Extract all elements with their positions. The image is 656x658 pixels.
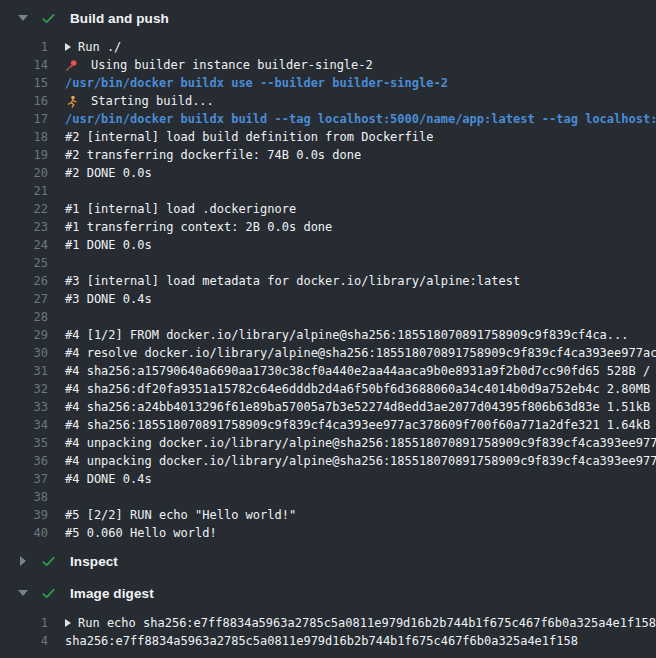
line-content: #1 [internal] load .dockerignore [48, 202, 296, 216]
log-line: 39#5 [2/2] RUN echo "Hello world!" [0, 506, 656, 524]
section-title: Build and push [70, 11, 169, 26]
log-line: 18#2 [internal] load build definition fr… [0, 128, 656, 146]
line-number[interactable]: 40 [0, 526, 48, 540]
line-text: #1 DONE 0.0s [65, 238, 152, 252]
line-text: #1 [internal] load .dockerignore [65, 202, 296, 216]
line-number[interactable]: 23 [0, 220, 48, 234]
log-line: 37#4 DONE 0.4s [0, 470, 656, 488]
line-number[interactable]: 28 [0, 310, 48, 324]
section-title: Image digest [70, 586, 154, 601]
section-build-and-push: Build and push1Run ./14Using builder ins… [0, 8, 656, 542]
line-content: #4 sha256:185518070891758909c9f839cf4ca3… [48, 418, 656, 432]
log-line: 28 [0, 308, 656, 326]
line-text: #5 0.060 Hello world! [65, 526, 217, 540]
line-content: Run echo sha256:e7ff8834a5963a2785c5a081… [48, 616, 656, 630]
section-header-image-digest[interactable]: Image digest [0, 583, 656, 603]
line-number[interactable]: 24 [0, 238, 48, 252]
line-number[interactable]: 30 [0, 346, 48, 360]
line-text: #4 resolve docker.io/library/alpine@sha2… [65, 346, 656, 360]
section-header-build-and-push[interactable]: Build and push [0, 8, 656, 28]
section-header-inspect[interactable]: Inspect [0, 551, 656, 571]
line-content: #2 DONE 0.0s [48, 166, 152, 180]
log-line: 16Starting build... [0, 92, 656, 110]
line-number[interactable]: 21 [0, 184, 48, 198]
check-icon [40, 585, 56, 601]
log-line: 27#3 DONE 0.4s [0, 290, 656, 308]
section-lines-image-digest: 1Run echo sha256:e7ff8834a5963a2785c5a08… [0, 614, 656, 650]
chevron-right-icon[interactable] [17, 556, 29, 566]
line-content: #4 [1/2] FROM docker.io/library/alpine@s… [48, 328, 629, 342]
section-lines-build-and-push: 1Run ./14Using builder instance builder-… [0, 38, 656, 542]
log-line: 30#4 resolve docker.io/library/alpine@sh… [0, 344, 656, 362]
log-line: 24#1 DONE 0.0s [0, 236, 656, 254]
log-line: 21 [0, 182, 656, 200]
line-content: #4 sha256:df20fa9351a15782c64e6dddb2d4a6… [48, 382, 656, 396]
log-line: 15/usr/bin/docker buildx use --builder b… [0, 74, 656, 92]
line-number[interactable]: 29 [0, 328, 48, 342]
line-text: #5 [2/2] RUN echo "Hello world!" [65, 508, 296, 522]
line-text: #2 DONE 0.0s [65, 166, 152, 180]
log-line: 17/usr/bin/docker buildx build --tag loc… [0, 110, 656, 128]
line-content: #4 unpacking docker.io/library/alpine@sh… [48, 454, 656, 468]
line-number[interactable]: 27 [0, 292, 48, 306]
chevron-shape [18, 15, 28, 21]
line-number[interactable]: 1 [0, 40, 48, 54]
line-number[interactable]: 17 [0, 112, 48, 126]
line-number[interactable]: 14 [0, 58, 48, 72]
line-number[interactable]: 32 [0, 382, 48, 396]
line-content: #2 [internal] load build definition from… [48, 130, 433, 144]
line-content: Run ./ [48, 40, 121, 54]
line-content: #3 DONE 0.4s [48, 292, 152, 306]
line-number[interactable]: 26 [0, 274, 48, 288]
line-text: #4 DONE 0.4s [65, 472, 152, 486]
check-icon [40, 10, 56, 26]
log-line: 19#2 transferring dockerfile: 74B 0.0s d… [0, 146, 656, 164]
line-number[interactable]: 39 [0, 508, 48, 522]
line-number[interactable]: 15 [0, 76, 48, 90]
log-line: 25 [0, 254, 656, 272]
line-number[interactable]: 4 [0, 634, 48, 648]
log-line: 35#4 unpacking docker.io/library/alpine@… [0, 434, 656, 452]
chevron-shape [20, 556, 26, 566]
log-line: 26#3 [internal] load metadata for docker… [0, 272, 656, 290]
line-content: #4 sha256:a15790640a6690aa1730c38cf0a440… [48, 364, 656, 378]
play-triangle-icon[interactable] [65, 43, 71, 51]
line-content: sha256:e7ff8834a5963a2785c5a0811e979d16b… [48, 634, 578, 648]
line-number[interactable]: 20 [0, 166, 48, 180]
log-line: 29#4 [1/2] FROM docker.io/library/alpine… [0, 326, 656, 344]
log-line: 23#1 transferring context: 2B 0.0s done [0, 218, 656, 236]
chevron-down-icon[interactable] [17, 15, 29, 21]
line-number[interactable]: 33 [0, 400, 48, 414]
chevron-down-icon[interactable] [17, 590, 29, 596]
play-triangle-icon[interactable] [65, 619, 71, 627]
line-number[interactable]: 22 [0, 202, 48, 216]
line-number[interactable]: 36 [0, 454, 48, 468]
section-title: Inspect [70, 554, 118, 569]
log-line: 36#4 unpacking docker.io/library/alpine@… [0, 452, 656, 470]
line-content: #4 unpacking docker.io/library/alpine@sh… [48, 436, 656, 450]
line-content: #3 [internal] load metadata for docker.i… [48, 274, 520, 288]
pushpin-icon [65, 59, 78, 72]
line-number[interactable]: 34 [0, 418, 48, 432]
line-number[interactable]: 35 [0, 436, 48, 450]
line-number[interactable]: 37 [0, 472, 48, 486]
line-number[interactable]: 38 [0, 490, 48, 504]
line-number[interactable]: 25 [0, 256, 48, 270]
check-icon [40, 553, 56, 569]
line-number[interactable]: 19 [0, 148, 48, 162]
line-content: Starting build... [48, 94, 214, 108]
line-content: /usr/bin/docker buildx use --builder bui… [48, 76, 448, 90]
line-text: #4 sha256:a24bb4013296f61e89ba57005a7b3e… [65, 400, 656, 414]
log-line: 20#2 DONE 0.0s [0, 164, 656, 182]
line-number[interactable]: 31 [0, 364, 48, 378]
log-line: 1Run ./ [0, 38, 656, 56]
line-text: sha256:e7ff8834a5963a2785c5a0811e979d16b… [65, 634, 578, 648]
line-number[interactable]: 16 [0, 94, 48, 108]
line-number[interactable]: 18 [0, 130, 48, 144]
line-text: #4 sha256:df20fa9351a15782c64e6dddb2d4a6… [65, 382, 656, 396]
line-number[interactable]: 1 [0, 616, 48, 630]
line-content: #5 [2/2] RUN echo "Hello world!" [48, 508, 296, 522]
log-line: 1Run echo sha256:e7ff8834a5963a2785c5a08… [0, 614, 656, 632]
line-text: #4 unpacking docker.io/library/alpine@sh… [65, 454, 656, 468]
line-text: #3 DONE 0.4s [65, 292, 152, 306]
